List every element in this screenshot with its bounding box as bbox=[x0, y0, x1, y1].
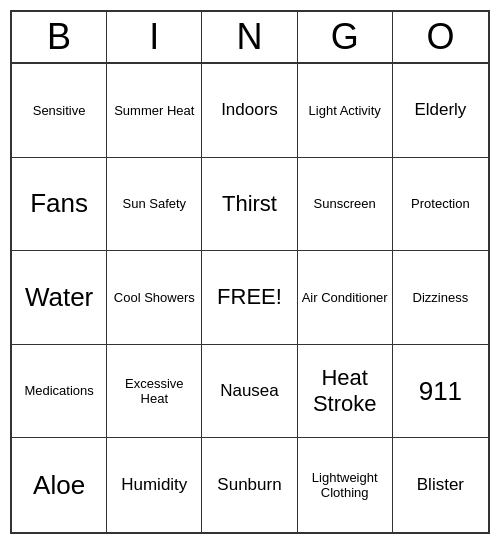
cell-text: Air Conditioner bbox=[302, 290, 388, 306]
bingo-cell: Sensitive bbox=[12, 64, 107, 158]
cell-text: Water bbox=[25, 282, 93, 313]
bingo-cell: Water bbox=[12, 251, 107, 345]
cell-text: Summer Heat bbox=[114, 103, 194, 119]
cell-text: Elderly bbox=[414, 100, 466, 120]
bingo-cell: Medications bbox=[12, 345, 107, 439]
bingo-cell: Blister bbox=[393, 438, 488, 532]
cell-text: Heat Stroke bbox=[302, 365, 388, 418]
bingo-cell: 911 bbox=[393, 345, 488, 439]
bingo-cell: Protection bbox=[393, 158, 488, 252]
header-letter: O bbox=[393, 12, 488, 62]
cell-text: 911 bbox=[419, 376, 462, 407]
cell-text: Protection bbox=[411, 196, 470, 212]
bingo-cell: Heat Stroke bbox=[298, 345, 393, 439]
bingo-cell: Excessive Heat bbox=[107, 345, 202, 439]
cell-text: Sunscreen bbox=[314, 196, 376, 212]
bingo-cell: Cool Showers bbox=[107, 251, 202, 345]
cell-text: Humidity bbox=[121, 475, 187, 495]
bingo-cell: Humidity bbox=[107, 438, 202, 532]
cell-text: Medications bbox=[24, 383, 93, 399]
bingo-grid: SensitiveSummer HeatIndoorsLight Activit… bbox=[12, 64, 488, 532]
bingo-cell: Indoors bbox=[202, 64, 297, 158]
cell-text: Light Activity bbox=[309, 103, 381, 119]
bingo-cell: Lightweight Clothing bbox=[298, 438, 393, 532]
bingo-cell: Aloe bbox=[12, 438, 107, 532]
bingo-cell: Sunburn bbox=[202, 438, 297, 532]
cell-text: Sensitive bbox=[33, 103, 86, 119]
bingo-cell: Summer Heat bbox=[107, 64, 202, 158]
bingo-cell: Sun Safety bbox=[107, 158, 202, 252]
bingo-header: BINGO bbox=[12, 12, 488, 64]
bingo-cell: Nausea bbox=[202, 345, 297, 439]
bingo-card: BINGO SensitiveSummer HeatIndoorsLight A… bbox=[10, 10, 490, 534]
cell-text: Indoors bbox=[221, 100, 278, 120]
header-letter: I bbox=[107, 12, 202, 62]
bingo-cell: Air Conditioner bbox=[298, 251, 393, 345]
bingo-cell: Light Activity bbox=[298, 64, 393, 158]
header-letter: N bbox=[202, 12, 297, 62]
cell-text: Dizziness bbox=[413, 290, 469, 306]
bingo-cell: Sunscreen bbox=[298, 158, 393, 252]
header-letter: G bbox=[298, 12, 393, 62]
header-letter: B bbox=[12, 12, 107, 62]
cell-text: Fans bbox=[30, 188, 88, 219]
cell-text: Sunburn bbox=[217, 475, 281, 495]
bingo-cell: Dizziness bbox=[393, 251, 488, 345]
cell-text: Thirst bbox=[222, 191, 277, 217]
bingo-cell: Thirst bbox=[202, 158, 297, 252]
cell-text: Aloe bbox=[33, 470, 85, 501]
cell-text: Excessive Heat bbox=[111, 376, 197, 407]
cell-text: Nausea bbox=[220, 381, 279, 401]
cell-text: Cool Showers bbox=[114, 290, 195, 306]
cell-text: FREE! bbox=[217, 284, 282, 310]
cell-text: Sun Safety bbox=[122, 196, 186, 212]
bingo-cell: Elderly bbox=[393, 64, 488, 158]
bingo-cell: Fans bbox=[12, 158, 107, 252]
cell-text: Blister bbox=[417, 475, 464, 495]
bingo-cell: FREE! bbox=[202, 251, 297, 345]
cell-text: Lightweight Clothing bbox=[302, 470, 388, 501]
